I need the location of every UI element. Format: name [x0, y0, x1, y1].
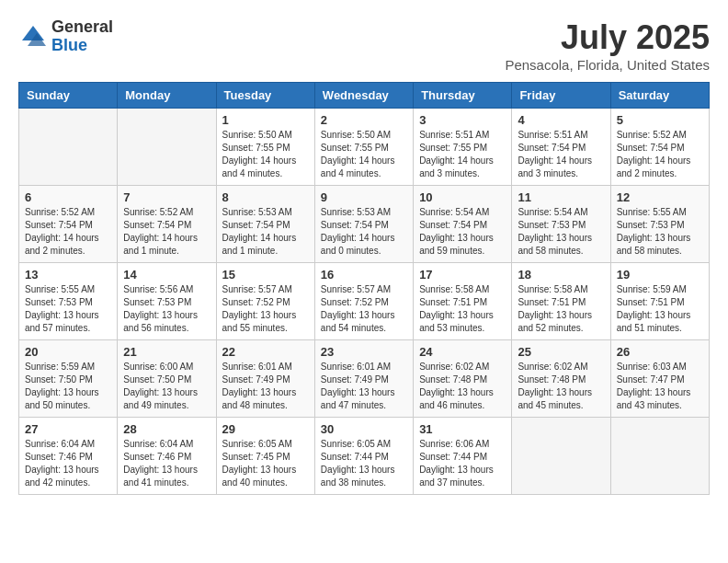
day-info: Sunrise: 6:04 AM Sunset: 7:46 PM Dayligh…	[25, 438, 111, 489]
calendar-cell: 27Sunrise: 6:04 AM Sunset: 7:46 PM Dayli…	[19, 418, 118, 495]
calendar-cell: 5Sunrise: 5:52 AM Sunset: 7:54 PM Daylig…	[610, 109, 709, 186]
weekday-header: Sunday	[19, 83, 118, 109]
day-number: 7	[123, 190, 210, 204]
calendar-cell: 15Sunrise: 5:57 AM Sunset: 7:52 PM Dayli…	[216, 263, 314, 340]
weekday-header: Wednesday	[314, 83, 413, 109]
logo-icon	[18, 22, 48, 52]
weekday-header-row: SundayMondayTuesdayWednesdayThursdayFrid…	[19, 83, 710, 109]
day-info: Sunrise: 6:03 AM Sunset: 7:47 PM Dayligh…	[617, 361, 703, 412]
day-number: 2	[321, 113, 407, 127]
day-info: Sunrise: 5:58 AM Sunset: 7:51 PM Dayligh…	[419, 283, 506, 335]
day-number: 3	[419, 113, 506, 127]
day-number: 16	[321, 268, 407, 282]
weekday-header: Thursday	[414, 83, 512, 109]
day-info: Sunrise: 5:59 AM Sunset: 7:50 PM Dayligh…	[25, 361, 111, 412]
calendar-cell: 18Sunrise: 5:58 AM Sunset: 7:51 PM Dayli…	[512, 263, 610, 340]
day-number: 1	[222, 113, 309, 127]
calendar-week-row: 20Sunrise: 5:59 AM Sunset: 7:50 PM Dayli…	[19, 340, 710, 418]
svg-marker-0	[22, 26, 44, 40]
day-number: 24	[419, 345, 506, 359]
day-number: 18	[518, 268, 604, 282]
day-number: 8	[222, 190, 309, 204]
day-info: Sunrise: 5:55 AM Sunset: 7:53 PM Dayligh…	[617, 206, 703, 258]
day-info: Sunrise: 5:55 AM Sunset: 7:53 PM Dayligh…	[25, 283, 111, 335]
day-info: Sunrise: 6:02 AM Sunset: 7:48 PM Dayligh…	[518, 361, 604, 412]
day-number: 22	[222, 345, 309, 359]
day-number: 12	[617, 190, 703, 204]
day-number: 14	[123, 268, 210, 282]
day-info: Sunrise: 5:53 AM Sunset: 7:54 PM Dayligh…	[321, 206, 407, 258]
day-number: 11	[518, 190, 604, 204]
calendar-cell: 2Sunrise: 5:50 AM Sunset: 7:55 PM Daylig…	[314, 109, 413, 186]
calendar-cell: 17Sunrise: 5:58 AM Sunset: 7:51 PM Dayli…	[414, 263, 512, 340]
day-info: Sunrise: 5:59 AM Sunset: 7:51 PM Dayligh…	[617, 283, 703, 335]
day-number: 10	[419, 190, 506, 204]
day-info: Sunrise: 5:57 AM Sunset: 7:52 PM Dayligh…	[222, 283, 309, 335]
calendar-cell: 26Sunrise: 6:03 AM Sunset: 7:47 PM Dayli…	[610, 340, 709, 418]
calendar-cell	[610, 418, 709, 495]
calendar-cell: 20Sunrise: 5:59 AM Sunset: 7:50 PM Dayli…	[19, 340, 118, 418]
day-number: 5	[617, 113, 703, 127]
day-number: 6	[25, 190, 111, 204]
day-info: Sunrise: 5:56 AM Sunset: 7:53 PM Dayligh…	[123, 283, 210, 335]
calendar-cell: 29Sunrise: 6:05 AM Sunset: 7:45 PM Dayli…	[216, 418, 314, 495]
weekday-header: Friday	[512, 83, 610, 109]
day-number: 26	[617, 345, 703, 359]
day-number: 15	[222, 268, 309, 282]
calendar-cell: 22Sunrise: 6:01 AM Sunset: 7:49 PM Dayli…	[216, 340, 314, 418]
day-number: 31	[419, 422, 506, 436]
day-info: Sunrise: 5:52 AM Sunset: 7:54 PM Dayligh…	[617, 129, 703, 180]
logo-text: General Blue	[51, 18, 113, 55]
day-number: 25	[518, 345, 604, 359]
calendar-cell: 11Sunrise: 5:54 AM Sunset: 7:53 PM Dayli…	[512, 186, 610, 263]
day-info: Sunrise: 5:51 AM Sunset: 7:54 PM Dayligh…	[518, 129, 604, 180]
calendar-cell: 7Sunrise: 5:52 AM Sunset: 7:54 PM Daylig…	[118, 186, 216, 263]
day-info: Sunrise: 5:54 AM Sunset: 7:54 PM Dayligh…	[419, 206, 506, 258]
logo-general: General	[51, 18, 113, 37]
day-info: Sunrise: 5:53 AM Sunset: 7:54 PM Dayligh…	[222, 206, 309, 258]
day-info: Sunrise: 5:58 AM Sunset: 7:51 PM Dayligh…	[518, 283, 604, 335]
calendar-cell: 16Sunrise: 5:57 AM Sunset: 7:52 PM Dayli…	[314, 263, 413, 340]
logo: General Blue	[18, 18, 113, 55]
calendar-cell: 9Sunrise: 5:53 AM Sunset: 7:54 PM Daylig…	[314, 186, 413, 263]
calendar: SundayMondayTuesdayWednesdayThursdayFrid…	[18, 82, 710, 495]
calendar-cell: 25Sunrise: 6:02 AM Sunset: 7:48 PM Dayli…	[512, 340, 610, 418]
calendar-cell: 4Sunrise: 5:51 AM Sunset: 7:54 PM Daylig…	[512, 109, 610, 186]
day-number: 20	[25, 345, 111, 359]
calendar-week-row: 27Sunrise: 6:04 AM Sunset: 7:46 PM Dayli…	[19, 418, 710, 495]
logo-blue: Blue	[51, 37, 113, 55]
calendar-cell: 24Sunrise: 6:02 AM Sunset: 7:48 PM Dayli…	[414, 340, 512, 418]
calendar-cell: 8Sunrise: 5:53 AM Sunset: 7:54 PM Daylig…	[216, 186, 314, 263]
calendar-cell: 13Sunrise: 5:55 AM Sunset: 7:53 PM Dayli…	[19, 263, 118, 340]
calendar-cell: 6Sunrise: 5:52 AM Sunset: 7:54 PM Daylig…	[19, 186, 118, 263]
weekday-header: Monday	[118, 83, 216, 109]
calendar-cell: 31Sunrise: 6:06 AM Sunset: 7:44 PM Dayli…	[414, 418, 512, 495]
day-number: 13	[25, 268, 111, 282]
day-info: Sunrise: 5:51 AM Sunset: 7:55 PM Dayligh…	[419, 129, 506, 180]
calendar-cell: 19Sunrise: 5:59 AM Sunset: 7:51 PM Dayli…	[610, 263, 709, 340]
calendar-cell	[118, 109, 216, 186]
day-info: Sunrise: 5:50 AM Sunset: 7:55 PM Dayligh…	[321, 129, 407, 180]
day-info: Sunrise: 6:05 AM Sunset: 7:44 PM Dayligh…	[321, 438, 407, 489]
page-header: General Blue July 2025 Pensacola, Florid…	[18, 18, 710, 73]
day-number: 9	[321, 190, 407, 204]
day-info: Sunrise: 6:04 AM Sunset: 7:46 PM Dayligh…	[123, 438, 210, 489]
day-info: Sunrise: 5:52 AM Sunset: 7:54 PM Dayligh…	[25, 206, 111, 258]
calendar-week-row: 1Sunrise: 5:50 AM Sunset: 7:55 PM Daylig…	[19, 109, 710, 186]
calendar-week-row: 6Sunrise: 5:52 AM Sunset: 7:54 PM Daylig…	[19, 186, 710, 263]
calendar-cell: 10Sunrise: 5:54 AM Sunset: 7:54 PM Dayli…	[414, 186, 512, 263]
calendar-cell: 21Sunrise: 6:00 AM Sunset: 7:50 PM Dayli…	[118, 340, 216, 418]
day-info: Sunrise: 5:50 AM Sunset: 7:55 PM Dayligh…	[222, 129, 309, 180]
calendar-cell: 14Sunrise: 5:56 AM Sunset: 7:53 PM Dayli…	[118, 263, 216, 340]
location: Pensacola, Florida, United States	[505, 57, 710, 73]
day-info: Sunrise: 5:54 AM Sunset: 7:53 PM Dayligh…	[518, 206, 604, 258]
day-info: Sunrise: 6:05 AM Sunset: 7:45 PM Dayligh…	[222, 438, 309, 489]
day-number: 19	[617, 268, 703, 282]
calendar-cell: 23Sunrise: 6:01 AM Sunset: 7:49 PM Dayli…	[314, 340, 413, 418]
day-number: 21	[123, 345, 210, 359]
day-number: 30	[321, 422, 407, 436]
day-number: 29	[222, 422, 309, 436]
day-number: 28	[123, 422, 210, 436]
calendar-week-row: 13Sunrise: 5:55 AM Sunset: 7:53 PM Dayli…	[19, 263, 710, 340]
day-info: Sunrise: 6:00 AM Sunset: 7:50 PM Dayligh…	[123, 361, 210, 412]
